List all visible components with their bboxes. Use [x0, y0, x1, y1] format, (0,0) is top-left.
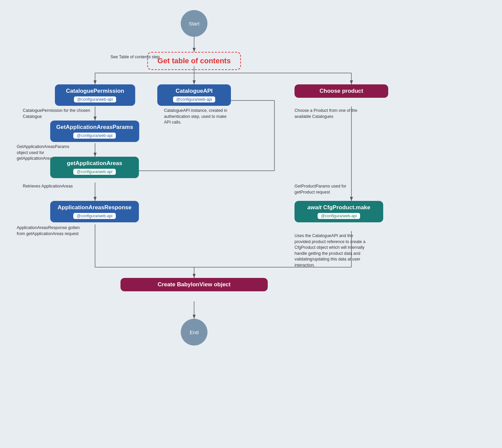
cfg-product-italic: await — [308, 204, 323, 211]
annotation-choose-product: Choose a Product from one of the availab… — [295, 108, 361, 120]
catalogue-api-title: CatalogueAPI — [176, 88, 213, 94]
start-label: Start — [189, 21, 199, 26]
annotation-cat-api: CatalogueAPI instance, created in authen… — [164, 108, 231, 126]
get-app-areas-params-badge: @configura/web-api — [73, 133, 116, 139]
diagram-lines — [0, 0, 502, 448]
get-table-of-contents-node: Get table of contents — [147, 52, 241, 70]
annotation-cfg-product-make: Uses the CatalogueAPI and the provided p… — [295, 233, 368, 268]
cfg-product-make-title: await CfgProduct.make — [308, 204, 370, 211]
get-app-areas-params-title: GetApplicationAreasParams — [56, 124, 133, 131]
choose-product-title: Choose product — [320, 88, 363, 94]
cfg-product-make-badge: @configura/web-api — [318, 213, 360, 219]
create-babylon-view-node: Create BabylonView object — [120, 278, 268, 291]
annotation-cat-perm: CataloguePermission for the chosen Catal… — [23, 108, 96, 120]
end-label: End — [190, 329, 199, 335]
cfg-product-label: CfgProduct.make — [323, 204, 370, 211]
annotation-get-product-params: GetProductParams used for getProduct req… — [295, 183, 361, 195]
start-circle: Start — [181, 10, 207, 37]
start-node: Start — [181, 10, 207, 37]
diagram-container: Start See Table of contents step Get tab… — [0, 0, 502, 448]
choose-product-node: Choose product — [295, 84, 388, 98]
get-application-areas-node: getApplicationAreas @configura/web-api — [50, 157, 139, 178]
catalogue-permission-title: CataloguePermission — [66, 88, 124, 94]
annotation-app-areas-response: ApplicationAreasResponse gotten from get… — [17, 225, 84, 237]
end-circle: End — [181, 319, 207, 346]
get-toc-label: Get table of contents — [158, 57, 231, 65]
get-app-areas-badge: @configura/web-api — [73, 169, 116, 175]
catalogue-api-node: CatalogueAPI @configura/web-api — [157, 84, 231, 106]
app-areas-response-title: ApplicationAreasResponse — [58, 204, 132, 211]
get-app-areas-title: getApplicationAreas — [67, 160, 122, 167]
catalogue-permission-badge: @configura/web-api — [74, 96, 116, 102]
get-app-areas-params-node: GetApplicationAreasParams @configura/web… — [50, 121, 139, 142]
create-babylon-view-title: Create BabylonView object — [158, 281, 231, 288]
annotation-get-app-areas: Retrieves ApplicationAreas — [23, 183, 73, 190]
app-areas-response-node: ApplicationAreasResponse @configura/web-… — [50, 201, 139, 222]
app-areas-response-badge: @configura/web-api — [73, 213, 116, 219]
cfg-product-make-node: await CfgProduct.make @configura/web-api — [295, 201, 383, 222]
end-node: End — [181, 319, 207, 346]
catalogue-permission-node: CataloguePermission @configura/web-api — [55, 84, 135, 106]
catalogue-api-badge: @configura/web-api — [173, 96, 216, 102]
